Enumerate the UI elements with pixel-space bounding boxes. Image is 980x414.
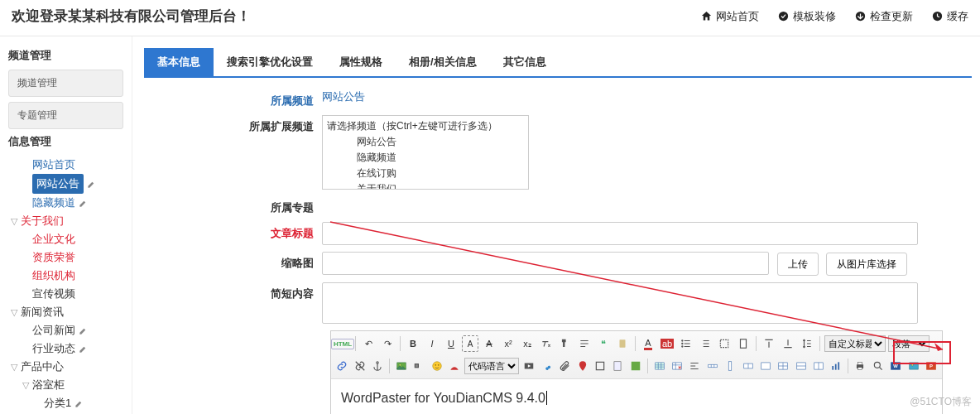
tab-attr[interactable]: 属性规格 [326,48,396,76]
superscript-icon[interactable]: x² [500,335,516,352]
template-icon[interactable] [610,358,625,374]
update-link[interactable]: 检查更新 [854,9,913,24]
removeformat-icon[interactable] [538,335,555,352]
unlink-icon[interactable] [352,358,367,374]
preview-icon[interactable] [871,358,886,374]
redo-icon[interactable]: ↷ [379,335,396,352]
editor-content[interactable]: WordPaster for YouDianCMS 9.4.0 [331,379,942,414]
nav-tree: 网站首页 网站公告 隐藏频道 ▽关于我们 企业文化 资质荣誉 组织机构 宣传视频… [8,156,123,412]
lineheight-icon[interactable] [799,335,815,352]
sidebar-item-industry[interactable]: 行业动态 [8,339,123,358]
deletetable-icon[interactable] [670,358,685,374]
autotypeset-icon[interactable] [576,335,593,352]
subscript-icon[interactable]: x₂ [519,335,536,352]
editor-toolbar: HTML ↶ ↷ B I U A A x² x₂ [331,331,942,379]
list-item[interactable]: 隐藏频道 [325,150,526,166]
list-item[interactable]: 关于我们 [325,181,526,190]
svg-rect-12 [416,364,419,368]
bold-icon[interactable]: B [405,335,421,352]
svg-rect-29 [833,366,834,370]
topic-mgmt-button[interactable]: 专题管理 [8,102,123,129]
sidebar-item-news[interactable]: ▽新闻资讯 [8,303,123,321]
source-icon[interactable]: HTML [334,335,351,352]
tab-other[interactable]: 其它信息 [490,48,560,76]
sidebar-item-product[interactable]: ▽产品中心 [8,358,123,376]
tab-seo[interactable]: 搜索引擎优化设置 [214,48,326,76]
ext-channel-label: 所属扩展频道 [144,115,322,134]
map-icon[interactable] [574,358,589,374]
sidebar-item-bath[interactable]: ▽浴室柜 [8,376,123,394]
pasteplain-icon[interactable] [614,335,631,352]
watermark: @51CTO博客 [910,395,972,409]
list-item[interactable]: 请选择频道（按Ctrl+左键可进行多选） [325,118,526,134]
mergeright-icon[interactable] [740,358,755,374]
customstyle-select[interactable]: 自定义标题 [824,335,886,352]
splitrows-icon[interactable] [793,358,808,374]
brief-label: 简短内容 [144,282,322,301]
title-input[interactable] [322,222,918,245]
rowspacingbottom-icon[interactable] [780,335,796,352]
selectall-icon[interactable] [716,335,733,352]
channel-mgmt-button[interactable]: 频道管理 [8,70,123,97]
mergecells-icon[interactable] [758,358,773,374]
forecolor-icon[interactable]: A [640,335,656,352]
underline-icon[interactable]: U [443,335,459,352]
splitcells-icon[interactable] [776,358,790,374]
blockquote-icon[interactable]: ❝ [595,335,612,352]
emotion-icon[interactable] [430,358,444,374]
upload-button[interactable]: 上传 [777,253,819,276]
formatmatch-icon[interactable] [557,335,574,352]
sidebar-item-honor[interactable]: 资质荣誉 [8,248,123,267]
link-icon[interactable] [334,358,349,374]
template-link[interactable]: 模板装修 [777,9,836,24]
italic-icon[interactable]: I [424,335,440,352]
sidebar-item-video[interactable]: 宣传视频 [8,285,123,303]
tab-basic[interactable]: 基本信息 [144,48,214,76]
insertparagraph-icon[interactable] [687,358,702,374]
strike-icon[interactable]: A [481,335,497,352]
scrawl-icon[interactable] [447,358,462,374]
codelang-select[interactable]: 代码语言 [464,358,519,374]
cache-link[interactable]: 缓存 [931,9,968,24]
orderlist-icon[interactable] [697,335,713,352]
undo-icon[interactable]: ↶ [360,335,377,352]
tab-album[interactable]: 相册/相关信息 [396,48,490,76]
backcolor-icon[interactable]: ab [659,335,675,352]
sidebar-item-company-news[interactable]: 公司新闻 [8,321,123,339]
channel-value[interactable]: 网站公告 [322,90,365,103]
attachment-icon[interactable] [557,358,572,374]
image-icon[interactable] [394,358,409,374]
imagenone-icon[interactable] [411,358,426,374]
chart-icon[interactable] [829,358,843,374]
sidebar-item-hidden[interactable]: 隐藏频道 [8,194,123,212]
brief-input[interactable] [322,282,918,324]
fontborder-icon[interactable]: A [462,335,478,352]
thumb-input[interactable] [322,252,769,275]
table-icon[interactable] [652,358,667,374]
background-icon[interactable] [627,358,642,374]
sidebar-item-org[interactable]: 组织机构 [8,267,123,285]
gallery-button[interactable]: 从图片库选择 [826,253,907,276]
home-link[interactable]: 网站首页 [700,9,759,24]
sidebar-item-announce[interactable]: 网站公告 [8,174,123,194]
anchor-icon[interactable] [370,358,385,374]
annotation-box [893,341,951,364]
insertframe-icon[interactable] [593,358,608,374]
ext-channel-select[interactable]: 请选择频道（按Ctrl+左键可进行多选） 网站公告 隐藏频道 在线订购 关于我们… [322,115,529,190]
sidebar-item-cat1[interactable]: 分类1 [8,394,123,412]
insertcol-icon[interactable] [723,358,737,374]
splitcols-icon[interactable] [811,358,826,374]
sidebar-item-about[interactable]: ▽关于我们 [8,212,123,230]
print-icon[interactable] [853,358,867,374]
video-icon[interactable] [521,358,536,374]
music-icon[interactable] [540,358,555,374]
list-item[interactable]: 网站公告 [325,134,526,150]
rowspacingtop-icon[interactable] [761,335,777,352]
insertlist-icon[interactable] [678,335,694,352]
svg-rect-19 [631,362,640,371]
cleardoc-icon[interactable] [735,335,752,352]
sidebar-item-culture[interactable]: 企业文化 [8,230,123,248]
deleterow-icon[interactable] [705,358,720,374]
list-item[interactable]: 在线订购 [325,166,526,181]
sidebar-item-home[interactable]: 网站首页 [8,156,123,174]
